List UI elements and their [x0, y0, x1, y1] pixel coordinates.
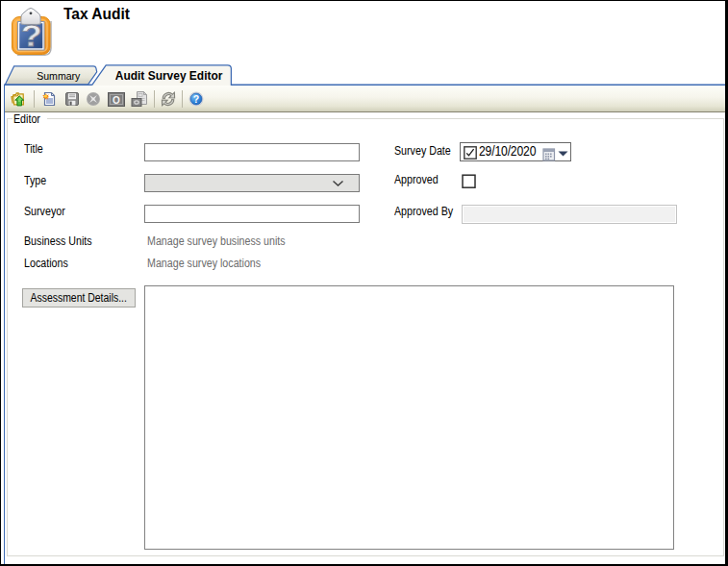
- svg-text:?: ?: [193, 93, 199, 105]
- svg-text:Summary: Summary: [37, 70, 81, 82]
- svg-text:?: ?: [21, 18, 42, 53]
- svg-text:Audit Survey Editor: Audit Survey Editor: [115, 68, 223, 83]
- svg-text:O: O: [113, 95, 120, 106]
